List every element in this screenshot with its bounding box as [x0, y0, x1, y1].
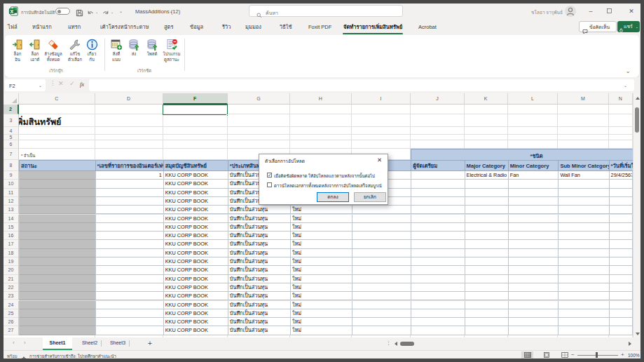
- fill-handle[interactable]: [226, 114, 228, 116]
- cell-M20[interactable]: [558, 266, 608, 274]
- cell-K27[interactable]: [465, 326, 508, 335]
- cell-K25[interactable]: [465, 309, 508, 318]
- cell-C10[interactable]: [19, 180, 95, 188]
- cell-N21[interactable]: [609, 275, 633, 283]
- cell-K14[interactable]: [465, 215, 508, 223]
- row-header-3[interactable]: 3: [4, 114, 19, 127]
- cell-H18[interactable]: ใหม่: [290, 249, 352, 257]
- cell-H26[interactable]: ใหม่: [290, 318, 352, 326]
- close-button[interactable]: ✕: [626, 4, 637, 18]
- row-header-23[interactable]: 23: [4, 292, 19, 300]
- cell-C16[interactable]: [19, 232, 95, 240]
- cell-I24[interactable]: [352, 301, 411, 309]
- cell-N27[interactable]: [609, 326, 633, 335]
- workbook-title[interactable]: MassAdditions (12): [135, 8, 180, 15]
- cell-L24[interactable]: [508, 301, 559, 309]
- cell-H16[interactable]: ใหม่: [290, 232, 352, 240]
- cell-J21[interactable]: [411, 275, 464, 283]
- cell-G14[interactable]: บันทึกเป็นส่วนทุน: [228, 215, 290, 223]
- cell-F18[interactable]: KKU CORP BOOK: [163, 249, 228, 257]
- insert-function-icon[interactable]: fx: [80, 81, 84, 88]
- view-page-break-icon[interactable]: [559, 351, 570, 358]
- cell-C20[interactable]: [19, 266, 95, 274]
- hscrollbar-grip[interactable]: ⋮: [386, 340, 391, 346]
- cell-C18[interactable]: [19, 249, 95, 257]
- dialog-checkbox-2[interactable]: [267, 182, 272, 187]
- cell-H27[interactable]: ใหม่: [290, 326, 352, 335]
- cell-N9[interactable]: 29/4/2567: [609, 171, 633, 180]
- cell-D13[interactable]: [95, 206, 163, 214]
- column-header-K[interactable]: K: [465, 93, 508, 105]
- dialog-close-icon[interactable]: ✕: [377, 156, 382, 163]
- cell-J14[interactable]: [411, 215, 464, 223]
- cell-D19[interactable]: [95, 257, 163, 266]
- cell-M27[interactable]: [558, 326, 608, 335]
- cell-F14[interactable]: KKU CORP BOOK: [163, 215, 228, 223]
- cell-D22[interactable]: [95, 283, 163, 292]
- cell-H21[interactable]: ใหม่: [290, 275, 352, 283]
- cell-N16[interactable]: [609, 232, 633, 240]
- cell-K20[interactable]: [465, 266, 508, 274]
- cell-M10[interactable]: [558, 180, 608, 188]
- autosave-toggle[interactable]: [55, 8, 70, 15]
- cell-K16[interactable]: [465, 232, 508, 240]
- cell-C19[interactable]: [19, 257, 95, 266]
- cell-N12[interactable]: [609, 197, 633, 206]
- cell-C22[interactable]: [19, 283, 95, 292]
- cell-K15[interactable]: [465, 223, 508, 232]
- column-header-G[interactable]: G: [228, 93, 290, 105]
- cell-I19[interactable]: [352, 257, 411, 266]
- ribbon-tab-tab5[interactable]: ข้อมูล: [190, 22, 203, 33]
- cell-G25[interactable]: บันทึกเป็นส่วนทุน: [228, 309, 290, 318]
- cell-K19[interactable]: [465, 257, 508, 266]
- cell-G27[interactable]: บันทึกเป็นส่วนทุน: [228, 326, 290, 335]
- view-normal-icon[interactable]: [521, 351, 533, 358]
- zoom-slider-thumb[interactable]: [596, 352, 598, 358]
- cell-F23[interactable]: KKU CORP BOOK: [163, 292, 228, 300]
- cell-G17[interactable]: บันทึกเป็นส่วนทุน: [228, 240, 290, 248]
- cell-N19[interactable]: [609, 257, 633, 266]
- cell-F13[interactable]: KKU CORP BOOK: [163, 206, 228, 214]
- cell-I23[interactable]: [352, 292, 411, 300]
- cell-M18[interactable]: [558, 249, 608, 257]
- column-header-M[interactable]: M: [558, 93, 608, 105]
- cell-K23[interactable]: [465, 292, 508, 300]
- cell-G15[interactable]: บันทึกเป็นส่วนทุน: [228, 223, 290, 232]
- cell-F11[interactable]: KKU CORP BOOK: [163, 189, 228, 197]
- view-page-layout-icon[interactable]: [540, 351, 552, 358]
- cell-K11[interactable]: [465, 189, 508, 197]
- zoom-in-icon[interactable]: +: [621, 351, 624, 358]
- cell-L17[interactable]: [508, 240, 559, 248]
- row-header-17[interactable]: 17: [4, 240, 19, 248]
- cell-L11[interactable]: [508, 189, 559, 197]
- cell-C25[interactable]: [19, 309, 95, 318]
- ribbon-tab-tab2[interactable]: แทรก: [68, 22, 81, 33]
- cell-F15[interactable]: KKU CORP BOOK: [163, 223, 228, 232]
- cell-G19[interactable]: บันทึกเป็นส่วนทุน: [228, 257, 290, 266]
- cell-J23[interactable]: [411, 292, 464, 300]
- column-header-L[interactable]: L: [508, 93, 559, 105]
- row-header-22[interactable]: 22: [4, 283, 19, 292]
- row-header-21[interactable]: 21: [4, 275, 19, 283]
- cell-L18[interactable]: [508, 249, 559, 257]
- dialog-checkbox-1[interactable]: [267, 173, 272, 177]
- cell-G26[interactable]: บันทึกเป็นส่วนทุน: [228, 318, 290, 326]
- cell-L27[interactable]: [508, 326, 559, 335]
- cell-N22[interactable]: [609, 283, 633, 292]
- cell-F17[interactable]: KKU CORP BOOK: [163, 240, 228, 248]
- row-header-25[interactable]: 25: [4, 309, 19, 318]
- cell-D18[interactable]: [95, 249, 163, 257]
- cell-J12[interactable]: [411, 197, 464, 206]
- cell-G21[interactable]: บันทึกเป็นส่วนทุน: [228, 275, 290, 283]
- cell-M24[interactable]: [558, 301, 608, 309]
- row-header-4[interactable]: 4: [4, 127, 19, 135]
- cell-L16[interactable]: [508, 232, 559, 240]
- dialog-ok-button[interactable]: ตกลง: [317, 192, 349, 202]
- cell-J24[interactable]: [411, 301, 464, 309]
- cell-C14[interactable]: [19, 215, 95, 223]
- cell-K13[interactable]: [465, 206, 508, 214]
- cell-H20[interactable]: ใหม่: [290, 266, 352, 274]
- row-header-15[interactable]: 15: [4, 223, 19, 232]
- row-header-27[interactable]: 27: [4, 326, 19, 335]
- row-header-8[interactable]: 8: [4, 160, 19, 171]
